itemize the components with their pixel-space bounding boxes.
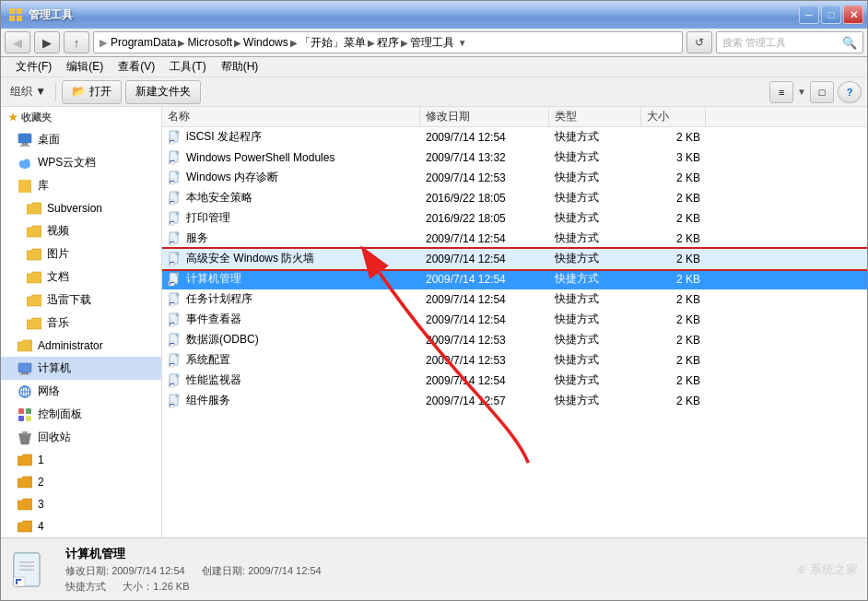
sidebar-item-network[interactable]: 网络 — [1, 380, 161, 403]
recycle-icon — [18, 430, 32, 445]
sidebar-item-3[interactable]: 3 — [1, 493, 161, 515]
table-row[interactable]: 系统配置 2009/7/14 12:53 快捷方式 2 KB — [162, 350, 867, 371]
file-type: 快捷方式 — [549, 190, 641, 206]
sidebar-item-thunder[interactable]: 迅雷下载 — [1, 289, 161, 312]
file-date: 2009/7/14 12:54 — [420, 293, 549, 306]
sidebar-item-recycle[interactable]: 回收站 — [1, 426, 161, 449]
col-header-type[interactable]: 类型 — [549, 107, 641, 126]
file-icon — [168, 353, 182, 368]
forward-button[interactable]: ▶ — [34, 31, 60, 53]
sidebar-item-doc[interactable]: 文档 — [1, 265, 161, 289]
addressbar-area: ◀ ▶ ↑ ▶ ProgramData ▶ Microsoft ▶ Window… — [1, 29, 867, 57]
sidebar-item-controlpanel[interactable]: 控制面板 — [1, 403, 161, 426]
main-window: 管理工具 ─ □ ✕ ◀ ▶ ↑ ▶ ProgramData ▶ Microso… — [0, 0, 868, 601]
table-row[interactable]: 数据源(ODBC) 2009/7/14 12:53 快捷方式 2 KB — [162, 330, 867, 350]
create-date: 2009/7/14 12:54 — [248, 565, 322, 576]
file-date: 2009/7/14 12:54 — [420, 273, 549, 286]
svg-rect-30 — [169, 159, 174, 164]
new-folder-button[interactable]: 新建文件夹 — [125, 80, 201, 104]
sidebar-item-4[interactable]: 4 — [1, 515, 161, 537]
table-row[interactable]: iSCSI 发起程序 2009/7/14 12:54 快捷方式 2 KB — [162, 127, 867, 147]
svg-rect-10 — [18, 186, 25, 193]
sidebar-item-label-controlpanel: 控制面板 — [38, 407, 82, 422]
desktop-icon — [18, 133, 32, 147]
sidebar-item-label-computer: 计算机 — [38, 360, 71, 376]
table-row[interactable]: 本地安全策略 2016/9/22 18:05 快捷方式 2 KB — [162, 188, 867, 208]
back-button[interactable]: ◀ — [5, 31, 30, 53]
up-button[interactable]: ↑ — [64, 31, 89, 53]
svg-rect-28 — [169, 139, 174, 144]
file-name: 系统配置 — [162, 352, 420, 368]
sidebar-item-1[interactable]: 1 — [1, 449, 161, 471]
sidebar-item-wps[interactable]: WPS云文档 — [1, 151, 161, 174]
table-row[interactable]: Windows 内存诊断 2009/7/14 12:53 快捷方式 2 KB — [162, 168, 867, 188]
address-bar[interactable]: ▶ ProgramData ▶ Microsoft ▶ Windows ▶ 「开… — [93, 31, 683, 53]
file-size: 2 KB — [641, 131, 706, 144]
col-header-name[interactable]: 名称 — [162, 107, 420, 126]
view-button[interactable]: ≡ — [769, 81, 793, 103]
col-header-size[interactable]: 大小 — [641, 107, 706, 126]
menu-tools[interactable]: 工具(T) — [162, 57, 213, 77]
sidebar-item-2[interactable]: 2 — [1, 471, 161, 493]
table-row[interactable]: 高级安全 Windows 防火墙 2009/7/14 12:54 快捷方式 2 … — [162, 249, 867, 269]
toolbar-separator — [55, 83, 56, 101]
search-icon: 🔍 — [842, 36, 857, 50]
maximize-button[interactable]: □ — [821, 6, 841, 24]
menu-edit[interactable]: 编辑(E) — [59, 57, 111, 77]
file-size: 2 KB — [641, 212, 706, 225]
table-row[interactable]: 组件服务 2009/7/14 12:57 快捷方式 2 KB — [162, 391, 867, 411]
statusbar-type: 快捷方式 大小：1.26 KB — [65, 580, 786, 594]
open-button[interactable]: 📂 打开 — [62, 80, 121, 104]
svg-rect-0 — [9, 8, 15, 14]
sidebar-item-library[interactable]: 库 — [1, 174, 161, 197]
file-icon — [168, 171, 182, 185]
help-button[interactable]: ? — [838, 81, 862, 103]
sidebar-item-music[interactable]: 音乐 — [1, 312, 161, 335]
sidebar-item-computer[interactable]: 计算机 — [1, 357, 161, 380]
table-row[interactable]: 计算机管理 2009/7/14 12:54 快捷方式 2 KB — [162, 269, 867, 289]
menu-file[interactable]: 文件(F) — [8, 57, 59, 77]
file-size: 2 KB — [641, 273, 706, 286]
svg-rect-61 — [14, 577, 25, 586]
sidebar-item-subversion[interactable]: Subversion — [1, 197, 161, 219]
user-folder-icon — [18, 338, 32, 353]
file-type: 快捷方式 — [549, 393, 641, 408]
table-row[interactable]: 打印管理 2016/9/22 18:05 快捷方式 2 KB — [162, 208, 867, 229]
sidebar-item-desktop[interactable]: 桌面 — [1, 128, 161, 151]
minimize-button[interactable]: ─ — [799, 6, 819, 24]
search-placeholder: 搜索 管理工具 — [722, 36, 842, 50]
sidebar-item-label-video: 视频 — [47, 223, 69, 239]
svg-rect-38 — [169, 241, 174, 245]
sidebar-item-picture[interactable]: 图片 — [1, 242, 161, 265]
sidebar: ★ 收藏夹 桌面 — [1, 107, 162, 537]
refresh-button[interactable]: ↺ — [686, 31, 712, 53]
search-box[interactable]: 搜索 管理工具 🔍 — [716, 31, 863, 53]
col-header-date[interactable]: 修改日期 — [420, 107, 549, 126]
sidebar-item-video[interactable]: 视频 — [1, 219, 161, 242]
menu-help[interactable]: 帮助(H) — [214, 57, 266, 77]
sidebar-item-admin[interactable]: Administrator — [1, 335, 161, 357]
file-name: iSCSI 发起程序 — [162, 129, 420, 145]
music-folder-icon — [27, 316, 41, 331]
table-row[interactable]: 事件查看器 2009/7/14 12:54 快捷方式 2 KB — [162, 310, 867, 330]
table-row[interactable]: Windows PowerShell Modules 2009/7/14 13:… — [162, 147, 867, 168]
file-name: 数据源(ODBC) — [162, 332, 420, 348]
file-date: 2009/7/14 13:32 — [420, 151, 549, 164]
table-row[interactable]: 服务 2009/7/14 12:54 快捷方式 2 KB — [162, 229, 867, 249]
file-name: Windows 内存诊断 — [162, 170, 420, 185]
view-dropdown[interactable]: ▼ — [797, 87, 806, 97]
menu-view[interactable]: 查看(V) — [111, 57, 162, 77]
svg-rect-13 — [25, 180, 31, 186]
file-size: 2 KB — [641, 374, 706, 387]
table-row[interactable]: 性能监视器 2009/7/14 12:54 快捷方式 2 KB — [162, 371, 867, 391]
window-controls: ─ □ ✕ — [799, 6, 863, 24]
panel-button[interactable]: □ — [810, 81, 834, 103]
svg-rect-50 — [169, 362, 174, 367]
statusbar: 计算机管理 修改日期: 2009/7/14 12:54 创建日期: 2009/7… — [1, 537, 867, 600]
network-icon — [18, 384, 32, 399]
svg-rect-1 — [17, 8, 22, 14]
sidebar-item-label-desktop: 桌面 — [38, 132, 60, 147]
close-button[interactable]: ✕ — [843, 6, 863, 24]
table-row[interactable]: 任务计划程序 2009/7/14 12:54 快捷方式 2 KB — [162, 289, 867, 310]
organize-button[interactable]: 组织 ▼ — [6, 84, 50, 100]
